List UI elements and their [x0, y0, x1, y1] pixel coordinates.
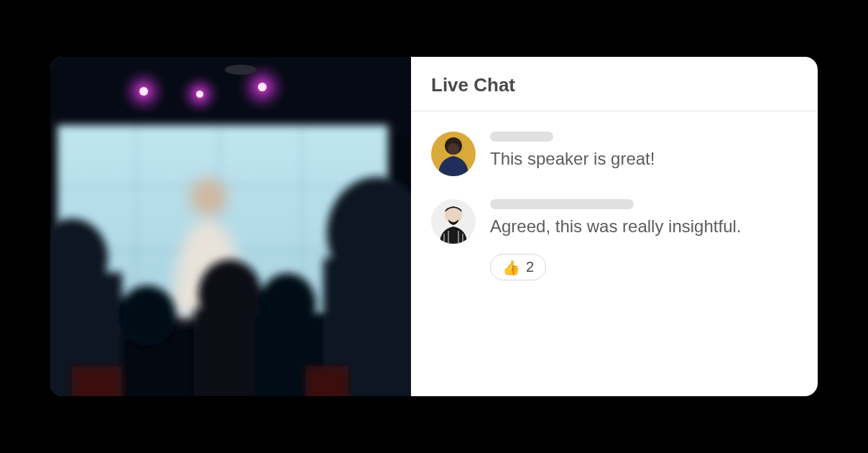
svg-point-18 [119, 285, 176, 346]
reaction-button[interactable]: 👍 2 [490, 254, 546, 280]
message-body: Agreed, this was really insightful. 👍 2 [490, 199, 798, 280]
svg-point-15 [190, 178, 227, 216]
message-list: This speaker is great! [411, 111, 818, 280]
svg-point-14 [225, 65, 257, 75]
svg-rect-25 [72, 366, 122, 396]
reactions: 👍 2 [490, 254, 798, 280]
svg-point-9 [139, 87, 148, 96]
svg-point-29 [448, 143, 459, 155]
message-body: This speaker is great! [490, 132, 798, 170]
reaction-count: 2 [526, 259, 534, 275]
username-placeholder [490, 132, 553, 142]
presentation-scene [50, 57, 411, 396]
svg-point-13 [258, 83, 267, 91]
svg-rect-26 [305, 366, 348, 396]
avatar [431, 199, 476, 244]
chat-header: Live Chat [411, 57, 818, 111]
svg-point-11 [196, 91, 203, 98]
chat-message: Agreed, this was really insightful. 👍 2 [431, 199, 798, 280]
message-text: This speaker is great! [490, 147, 798, 170]
chat-message: This speaker is great! [431, 132, 798, 176]
avatar [431, 132, 476, 176]
thumbs-up-icon: 👍 [502, 260, 520, 275]
username-placeholder [490, 199, 634, 209]
chat-panel: Live Chat This speaker is great! [411, 57, 818, 396]
live-chat-card: Live Chat This speaker is great! [50, 57, 818, 396]
video-panel [50, 57, 411, 396]
chat-title: Live Chat [431, 74, 798, 96]
message-text: Agreed, this was really insightful. [490, 215, 798, 238]
